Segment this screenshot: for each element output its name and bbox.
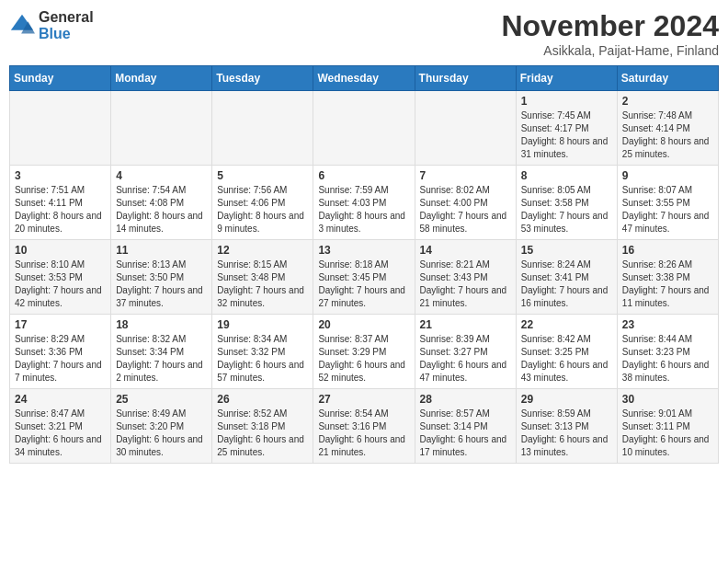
- day-info: Sunrise: 7:54 AMSunset: 4:08 PMDaylight:…: [116, 184, 207, 236]
- calendar-cell-w3-d4: 14Sunrise: 8:21 AMSunset: 3:43 PMDayligh…: [415, 240, 516, 315]
- day-info: Sunrise: 7:48 AMSunset: 4:14 PMDaylight:…: [622, 109, 713, 161]
- day-number: 2: [622, 95, 713, 108]
- day-number: 15: [521, 244, 612, 257]
- day-info: Sunrise: 8:13 AMSunset: 3:50 PMDaylight:…: [116, 259, 207, 310]
- calendar-cell-w2-d6: 9Sunrise: 8:07 AMSunset: 3:55 PMDaylight…: [617, 166, 718, 240]
- day-info: Sunrise: 8:24 AMSunset: 3:41 PMDaylight:…: [521, 259, 612, 310]
- week-row-2: 3Sunrise: 7:51 AMSunset: 4:11 PMDaylight…: [10, 166, 719, 240]
- calendar-cell-w4-d6: 23Sunrise: 8:44 AMSunset: 3:23 PMDayligh…: [617, 315, 718, 389]
- calendar-cell-w1-d5: 1Sunrise: 7:45 AMSunset: 4:17 PMDaylight…: [516, 91, 617, 166]
- calendar-cell-w3-d1: 11Sunrise: 8:13 AMSunset: 3:50 PMDayligh…: [111, 240, 212, 315]
- day-number: 4: [116, 169, 207, 182]
- day-number: 16: [622, 244, 713, 257]
- calendar-cell-w5-d2: 26Sunrise: 8:52 AMSunset: 3:18 PMDayligh…: [212, 389, 313, 464]
- calendar-cell-w2-d5: 8Sunrise: 8:05 AMSunset: 3:58 PMDaylight…: [516, 166, 617, 240]
- day-info: Sunrise: 8:21 AMSunset: 3:43 PMDaylight:…: [420, 259, 511, 310]
- day-info: Sunrise: 8:26 AMSunset: 3:38 PMDaylight:…: [622, 259, 713, 310]
- logo-text: General Blue: [39, 9, 94, 41]
- day-info: Sunrise: 9:01 AMSunset: 3:11 PMDaylight:…: [622, 408, 713, 459]
- day-number: 29: [521, 393, 612, 406]
- page-header: General Blue November 2024 Asikkala, Pai…: [9, 9, 719, 58]
- calendar-cell-w4-d2: 19Sunrise: 8:34 AMSunset: 3:32 PMDayligh…: [212, 315, 313, 389]
- calendar-cell-w4-d0: 17Sunrise: 8:29 AMSunset: 3:36 PMDayligh…: [10, 315, 111, 389]
- header-saturday: Saturday: [617, 66, 718, 91]
- main-title: November 2024: [501, 9, 719, 43]
- day-number: 22: [521, 318, 612, 331]
- calendar-cell-w3-d3: 13Sunrise: 8:18 AMSunset: 3:45 PMDayligh…: [313, 240, 415, 315]
- header-friday: Friday: [516, 66, 617, 91]
- weekday-header-row: Sunday Monday Tuesday Wednesday Thursday…: [10, 66, 719, 91]
- day-number: 20: [318, 318, 409, 331]
- calendar-cell-w4-d1: 18Sunrise: 8:32 AMSunset: 3:34 PMDayligh…: [111, 315, 212, 389]
- header-tuesday: Tuesday: [212, 66, 313, 91]
- calendar-table: Sunday Monday Tuesday Wednesday Thursday…: [9, 65, 719, 464]
- calendar-cell-w5-d0: 24Sunrise: 8:47 AMSunset: 3:21 PMDayligh…: [10, 389, 111, 464]
- calendar-cell-w5-d1: 25Sunrise: 8:49 AMSunset: 3:20 PMDayligh…: [111, 389, 212, 464]
- calendar-cell-w1-d4: [415, 91, 516, 166]
- day-number: 24: [15, 393, 106, 406]
- calendar-cell-w1-d0: [10, 91, 111, 166]
- day-info: Sunrise: 8:29 AMSunset: 3:36 PMDaylight:…: [15, 333, 106, 385]
- day-number: 9: [622, 169, 713, 182]
- day-info: Sunrise: 8:05 AMSunset: 3:58 PMDaylight:…: [521, 184, 612, 236]
- calendar-cell-w5-d6: 30Sunrise: 9:01 AMSunset: 3:11 PMDayligh…: [617, 389, 718, 464]
- day-info: Sunrise: 7:45 AMSunset: 4:17 PMDaylight:…: [521, 109, 612, 161]
- day-number: 11: [116, 244, 207, 257]
- day-info: Sunrise: 7:59 AMSunset: 4:03 PMDaylight:…: [318, 184, 409, 236]
- calendar-cell-w5-d4: 28Sunrise: 8:57 AMSunset: 3:14 PMDayligh…: [415, 389, 516, 464]
- title-block: November 2024 Asikkala, Paijat-Hame, Fin…: [501, 9, 719, 58]
- day-number: 1: [521, 95, 612, 108]
- day-info: Sunrise: 8:57 AMSunset: 3:14 PMDaylight:…: [420, 408, 511, 459]
- week-row-1: 1Sunrise: 7:45 AMSunset: 4:17 PMDaylight…: [10, 91, 719, 166]
- day-info: Sunrise: 8:10 AMSunset: 3:53 PMDaylight:…: [15, 259, 106, 310]
- day-info: Sunrise: 8:18 AMSunset: 3:45 PMDaylight:…: [318, 259, 409, 310]
- day-number: 26: [217, 393, 308, 406]
- header-sunday: Sunday: [10, 66, 111, 91]
- day-number: 5: [217, 169, 308, 182]
- day-number: 12: [217, 244, 308, 257]
- week-row-3: 10Sunrise: 8:10 AMSunset: 3:53 PMDayligh…: [10, 240, 719, 315]
- calendar-header: Sunday Monday Tuesday Wednesday Thursday…: [10, 66, 719, 91]
- calendar-body: 1Sunrise: 7:45 AMSunset: 4:17 PMDaylight…: [10, 91, 719, 464]
- calendar-cell-w3-d5: 15Sunrise: 8:24 AMSunset: 3:41 PMDayligh…: [516, 240, 617, 315]
- day-info: Sunrise: 8:02 AMSunset: 4:00 PMDaylight:…: [420, 184, 511, 236]
- day-info: Sunrise: 8:54 AMSunset: 3:16 PMDaylight:…: [318, 408, 409, 459]
- header-thursday: Thursday: [415, 66, 516, 91]
- header-monday: Monday: [111, 66, 212, 91]
- day-info: Sunrise: 8:34 AMSunset: 3:32 PMDaylight:…: [217, 333, 308, 385]
- day-number: 21: [420, 318, 511, 331]
- subtitle: Asikkala, Paijat-Hame, Finland: [501, 43, 719, 58]
- calendar-cell-w5-d3: 27Sunrise: 8:54 AMSunset: 3:16 PMDayligh…: [313, 389, 415, 464]
- day-number: 27: [318, 393, 409, 406]
- day-number: 25: [116, 393, 207, 406]
- day-number: 17: [15, 318, 106, 331]
- week-row-5: 24Sunrise: 8:47 AMSunset: 3:21 PMDayligh…: [10, 389, 719, 464]
- calendar-cell-w2-d0: 3Sunrise: 7:51 AMSunset: 4:11 PMDaylight…: [10, 166, 111, 240]
- calendar-cell-w2-d1: 4Sunrise: 7:54 AMSunset: 4:08 PMDaylight…: [111, 166, 212, 240]
- day-info: Sunrise: 8:32 AMSunset: 3:34 PMDaylight:…: [116, 333, 207, 385]
- day-info: Sunrise: 8:44 AMSunset: 3:23 PMDaylight:…: [622, 333, 713, 385]
- calendar-cell-w4-d5: 22Sunrise: 8:42 AMSunset: 3:25 PMDayligh…: [516, 315, 617, 389]
- day-number: 30: [622, 393, 713, 406]
- logo-icon: [9, 13, 35, 39]
- day-number: 7: [420, 169, 511, 182]
- day-info: Sunrise: 7:56 AMSunset: 4:06 PMDaylight:…: [217, 184, 308, 236]
- day-number: 6: [318, 169, 409, 182]
- calendar-cell-w5-d5: 29Sunrise: 8:59 AMSunset: 3:13 PMDayligh…: [516, 389, 617, 464]
- calendar-cell-w3-d2: 12Sunrise: 8:15 AMSunset: 3:48 PMDayligh…: [212, 240, 313, 315]
- day-number: 10: [15, 244, 106, 257]
- day-number: 3: [15, 169, 106, 182]
- day-number: 18: [116, 318, 207, 331]
- day-number: 19: [217, 318, 308, 331]
- day-number: 13: [318, 244, 409, 257]
- calendar-cell-w3-d6: 16Sunrise: 8:26 AMSunset: 3:38 PMDayligh…: [617, 240, 718, 315]
- calendar-cell-w1-d6: 2Sunrise: 7:48 AMSunset: 4:14 PMDaylight…: [617, 91, 718, 166]
- logo-general: General: [39, 9, 94, 26]
- calendar-cell-w1-d2: [212, 91, 313, 166]
- week-row-4: 17Sunrise: 8:29 AMSunset: 3:36 PMDayligh…: [10, 315, 719, 389]
- day-number: 14: [420, 244, 511, 257]
- day-number: 8: [521, 169, 612, 182]
- calendar-cell-w2-d4: 7Sunrise: 8:02 AMSunset: 4:00 PMDaylight…: [415, 166, 516, 240]
- logo: General Blue: [9, 9, 94, 41]
- day-number: 23: [622, 318, 713, 331]
